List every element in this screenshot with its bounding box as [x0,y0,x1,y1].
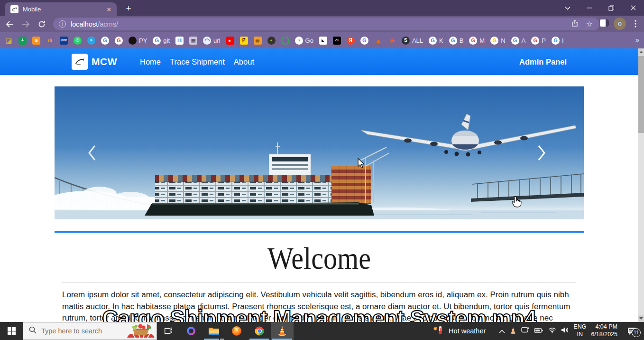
bookmark-item[interactable]: ▶ [226,37,234,45]
bookmark-item[interactable]: ▲ [374,37,382,45]
bookmark-item[interactable]: • [267,37,276,45]
nav-link-home[interactable]: Home [140,57,161,66]
bookmarks-list: ◪ + G ılı IEEE ✆ ➤ G G PY G git [5,37,564,45]
reload-icon[interactable] [35,18,48,31]
share-icon[interactable] [571,19,580,29]
volume-icon[interactable] [561,327,569,335]
bookmark-item[interactable]: G B [449,37,464,45]
scroll-down-icon[interactable] [638,315,644,322]
bookmark-item[interactable]: ‖‖ [175,37,184,45]
site-info-icon[interactable]: i [59,20,66,28]
bookmark-item[interactable]: G [101,37,109,45]
brand-name: MCW [92,56,117,67]
bookmark-item[interactable]: PY [129,37,147,45]
forward-icon[interactable] [19,18,32,31]
bookmark-item[interactable]: ılı [46,37,54,45]
welcome-heading: Welcome [86,240,552,276]
weather-label[interactable]: Hot weather [449,327,486,335]
google-icon: G [511,37,519,45]
back-icon[interactable] [3,18,16,31]
tab-search-chevron-icon[interactable] [557,0,579,16]
firefox-icon[interactable] [225,322,248,340]
bookmark-item[interactable] [281,37,289,45]
bookmark-item[interactable]: ◉ [254,37,262,45]
ember-icon: ◉ [388,37,396,45]
nav-link-about[interactable]: About [234,57,254,66]
bookmark-item[interactable]: + [18,37,27,45]
tray-chevron-up-icon[interactable] [499,327,505,335]
bookmark-item[interactable]: G M [469,37,485,45]
browser-tab[interactable]: Mobile × [5,2,117,16]
bookmark-item[interactable]: ◣ [319,37,327,45]
bookmark-item[interactable]: G [32,37,40,45]
bookmark-item[interactable]: S ALL [402,37,423,45]
bookmark-item[interactable]: G K [429,37,443,45]
bookmark-item[interactable]: ◪ [5,37,13,45]
bookmark-item[interactable]: G A [511,37,526,45]
window-restore-button[interactable] [600,0,622,16]
bookmarks-overflow-icon[interactable]: » [635,36,639,44]
bookmark-item[interactable]: cl [333,37,341,45]
weather-icon[interactable] [433,325,444,337]
bookmark-item[interactable]: ◔ Go [295,37,313,45]
profile-avatar[interactable]: 0 [614,18,626,30]
copilot-icon[interactable] [180,322,202,340]
bookmark-item[interactable]: G [360,37,368,45]
google-icon: G [552,37,560,45]
fruit-basket-illustration[interactable] [126,321,156,340]
address-bar[interactable]: i localhost/acms/ ☆ [53,18,599,30]
nav-link-trace-shipment[interactable]: Trace Shipment [170,57,225,66]
tab-close-icon[interactable]: × [105,5,113,14]
bookmark-item[interactable]: G P [531,37,546,45]
task-view-button[interactable] [157,322,180,340]
bookmark-item[interactable]: IEEE [60,37,68,45]
wifi-icon[interactable] [548,327,556,335]
search-input[interactable] [41,327,122,335]
bookmark-item[interactable]: ➤ [87,37,95,45]
brand[interactable]: MCW [72,54,117,70]
bookmark-item[interactable]: ▦ [189,37,197,45]
divider [62,282,576,283]
admin-panel-link[interactable]: Admin Panel [519,57,567,66]
chrome-icon[interactable] [248,322,271,340]
bookmark-item[interactable]: G [115,37,123,45]
page-scrollbar[interactable] [638,48,644,322]
whatsapp-icon: ✆ [74,37,82,45]
taskbar-search[interactable] [23,322,157,340]
bookmark-item[interactable]: ◠ url [203,37,220,45]
carousel-next-button[interactable] [534,140,550,166]
scrollbar-thumb[interactable] [638,56,644,133]
sheets-icon: + [18,37,27,45]
bookmark-star-icon[interactable]: ☆ [586,19,593,28]
bookmark-item[interactable]: Я [347,37,355,45]
bookmark-item[interactable]: G I [552,37,564,45]
page-viewport: MCW Home Trace Shipment About Admin Pane… [0,48,644,322]
clock[interactable]: 4:04 PM6/18/2025 [591,323,617,338]
notification-center-button[interactable]: 11 [622,322,641,340]
browser-menu-icon[interactable] [631,19,640,29]
start-button[interactable] [0,322,23,340]
bookmark-item[interactable]: ◉ [388,37,396,45]
site-navbar: MCW Home Trace Shipment About Admin Pane… [0,48,638,75]
file-explorer-icon[interactable] [202,322,225,340]
side-panel-icon[interactable] [600,19,609,27]
battery-icon[interactable] [534,327,543,335]
bookmark-item[interactable]: G git [153,37,170,45]
scroll-up-icon[interactable] [638,48,644,56]
vlc-icon[interactable] [271,322,294,340]
carousel-prev-button[interactable] [84,140,100,166]
bookmark-item[interactable]: G N [490,37,505,45]
window-minimize-button[interactable] [579,0,600,16]
green-ring-icon [281,37,289,45]
tray-cast-icon[interactable] [521,327,529,335]
new-tab-button[interactable]: + [122,3,135,15]
browser-toolbar: i localhost/acms/ ☆ 0 [0,16,644,32]
window-close-button[interactable] [622,0,644,16]
language-indicator[interactable]: ENGIN [573,323,586,338]
tray-vlc-icon[interactable] [510,327,516,336]
google-icon: G [531,37,539,45]
bookmark-item[interactable]: ✆ [74,37,82,45]
bookmark-item[interactable]: P [240,37,248,45]
clever-icon: cl [333,37,341,45]
eagle-icon: ◣ [319,37,327,45]
